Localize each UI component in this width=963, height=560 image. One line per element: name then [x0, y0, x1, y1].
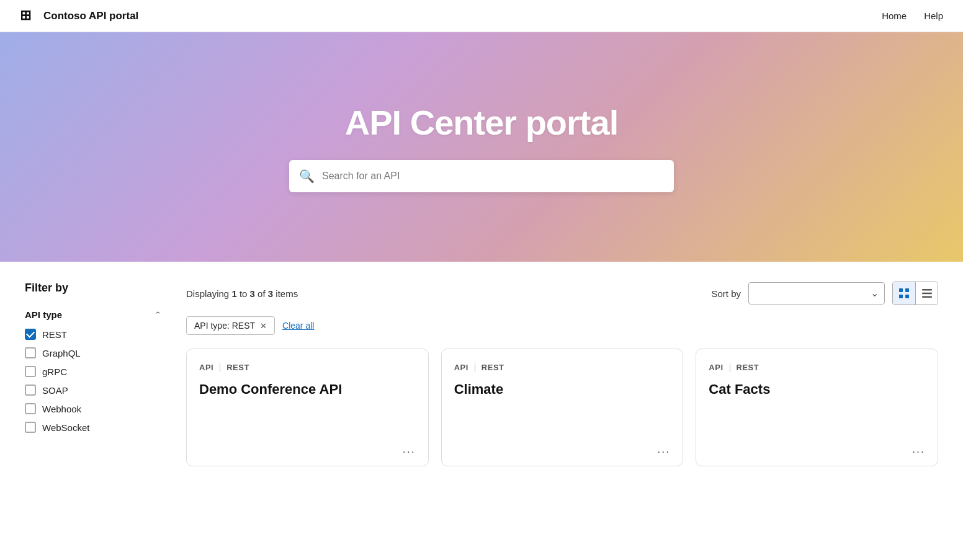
filter-option-soap[interactable]: SOAP: [25, 384, 161, 396]
api-card-meta-right-0: REST: [226, 363, 249, 372]
hero-title: API Center portal: [345, 102, 618, 143]
view-toggle: [892, 282, 938, 305]
display-suffix: items: [275, 288, 298, 299]
filter-by-label: Filter by: [25, 282, 161, 295]
brand: ⊞ Contoso API portal: [20, 7, 138, 25]
api-card-meta-left-1: API: [454, 363, 468, 372]
display-total: 3: [268, 288, 273, 299]
sort-select[interactable]: [748, 282, 885, 304]
api-card-0[interactable]: API REST Demo Conference API ...: [186, 349, 429, 466]
api-card-more-2[interactable]: ...: [912, 443, 925, 456]
display-count: Displaying 1 to 3 of 3 items: [186, 288, 298, 299]
api-card-meta-left-0: API: [199, 363, 213, 372]
checkbox-websocket[interactable]: [25, 422, 36, 433]
clear-all-button[interactable]: Clear all: [282, 321, 314, 331]
filter-label-rest: REST: [42, 329, 67, 340]
filter-option-rest[interactable]: REST: [25, 329, 161, 340]
api-card-meta-divider-2: [730, 363, 730, 372]
filter-options-list: REST GraphQL gRPC SOAP Webhook: [25, 329, 161, 433]
filter-option-webhook[interactable]: Webhook: [25, 403, 161, 414]
nav-links: Home Help: [882, 11, 943, 21]
api-cards-grid: API REST Demo Conference API ... API RES…: [186, 349, 938, 466]
svg-rect-4: [922, 289, 932, 291]
list-view-button[interactable]: [915, 282, 938, 304]
api-card-meta-0: API REST: [199, 363, 416, 372]
hero-banner: API Center portal 🔍: [0, 32, 963, 262]
content-area: Displaying 1 to 3 of 3 items Sort by: [186, 282, 938, 466]
checkbox-rest[interactable]: [25, 329, 36, 340]
active-filters: API type: REST ✕ Clear all: [186, 316, 938, 335]
api-card-title-1: Climate: [454, 381, 671, 438]
api-card-1[interactable]: API REST Climate ...: [441, 349, 684, 466]
svg-rect-3: [905, 295, 909, 298]
svg-rect-1: [905, 288, 909, 292]
filter-tag-label: API type: REST: [194, 321, 255, 331]
filter-option-websocket[interactable]: WebSocket: [25, 422, 161, 433]
api-card-meta-divider-0: [220, 363, 220, 372]
display-prefix: Displaying: [186, 288, 231, 299]
filter-option-grpc[interactable]: gRPC: [25, 366, 161, 377]
chevron-up-icon[interactable]: ⌃: [155, 310, 161, 319]
filter-label-graphql: GraphQL: [42, 348, 81, 358]
nav-help-link[interactable]: Help: [924, 11, 943, 21]
filter-option-graphql[interactable]: GraphQL: [25, 347, 161, 358]
content-toolbar: Displaying 1 to 3 of 3 items Sort by: [186, 282, 938, 305]
svg-rect-2: [899, 295, 903, 298]
svg-rect-5: [922, 293, 932, 295]
filter-label-webhook: Webhook: [42, 404, 81, 414]
sort-controls: Sort by: [711, 282, 938, 305]
checkbox-grpc[interactable]: [25, 366, 36, 377]
checkbox-soap[interactable]: [25, 384, 36, 396]
search-icon: 🔍: [299, 169, 315, 184]
brand-icon: ⊞: [20, 7, 37, 25]
filter-tag-close-icon[interactable]: ✕: [260, 321, 267, 331]
display-to: 3: [250, 288, 255, 299]
brand-name: Contoso API portal: [43, 10, 138, 22]
nav-home-link[interactable]: Home: [882, 11, 907, 21]
grid-view-button[interactable]: [893, 282, 915, 304]
api-card-2[interactable]: API REST Cat Facts ...: [696, 349, 938, 466]
api-card-meta-divider-1: [475, 363, 475, 372]
svg-rect-6: [922, 296, 932, 298]
api-card-meta-right-1: REST: [482, 363, 504, 372]
filter-label-grpc: gRPC: [42, 367, 67, 377]
api-card-meta-left-2: API: [709, 363, 723, 372]
sidebar-filter: Filter by API type ⌃ REST GraphQL gRPC: [25, 282, 161, 466]
api-card-meta-1: API REST: [454, 363, 671, 372]
top-nav: ⊞ Contoso API portal Home Help: [0, 0, 963, 32]
api-card-meta-right-2: REST: [737, 363, 759, 372]
search-box: 🔍: [289, 160, 674, 192]
display-from: 1: [231, 288, 236, 299]
sort-label: Sort by: [711, 288, 741, 299]
filter-label-websocket: WebSocket: [42, 422, 89, 433]
svg-rect-0: [899, 288, 903, 292]
display-of-label: of: [258, 288, 268, 299]
checkbox-graphql[interactable]: [25, 347, 36, 358]
api-card-meta-2: API REST: [709, 363, 925, 372]
checkbox-webhook[interactable]: [25, 403, 36, 414]
main-content: Filter by API type ⌃ REST GraphQL gRPC: [0, 262, 963, 486]
api-card-more-1[interactable]: ...: [657, 443, 670, 456]
filter-tag-rest: API type: REST ✕: [186, 316, 275, 335]
filter-label-soap: SOAP: [42, 385, 68, 396]
search-input[interactable]: [322, 171, 664, 182]
api-card-more-0[interactable]: ...: [403, 443, 416, 456]
api-card-title-2: Cat Facts: [709, 381, 925, 438]
api-type-section-title: API type: [25, 309, 62, 320]
display-to-label: to: [240, 288, 250, 299]
api-type-section-header: API type ⌃: [25, 309, 161, 320]
sort-select-wrap: [748, 282, 885, 304]
api-card-title-0: Demo Conference API: [199, 381, 416, 438]
